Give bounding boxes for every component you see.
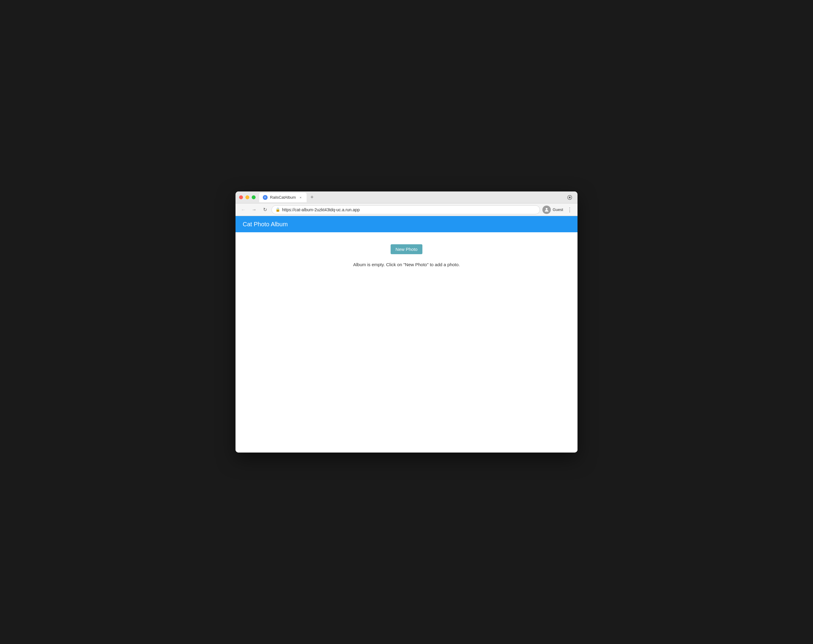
- active-tab[interactable]: R RailsCatAlbum ×: [259, 193, 306, 202]
- title-bar: R RailsCatAlbum × +: [236, 192, 577, 204]
- new-tab-button[interactable]: +: [308, 193, 316, 202]
- url-text: https://cat-album-2uzkt43tdq-uc.a.run.ap…: [282, 207, 360, 212]
- address-bar: ← → ↻ 🔒 https://cat-album-2uzkt43tdq-uc.…: [236, 204, 577, 216]
- avatar: [542, 205, 551, 214]
- main-content: New Photo Album is empty. Click on "New …: [236, 232, 577, 452]
- app-title: Cat Photo Album: [243, 221, 288, 228]
- new-photo-button[interactable]: New Photo: [390, 244, 422, 254]
- cast-icon: [567, 195, 572, 200]
- person-icon: [544, 207, 549, 212]
- user-menu[interactable]: Guest: [542, 205, 563, 214]
- browser-window: R RailsCatAlbum × + ← → ↻ 🔒 https://cat: [236, 192, 577, 452]
- forward-button[interactable]: →: [250, 205, 258, 214]
- tab-title: RailsCatAlbum: [270, 195, 296, 199]
- tab-favicon: R: [263, 195, 268, 200]
- back-button[interactable]: ←: [239, 205, 248, 214]
- empty-album-message: Album is empty. Click on "New Photo" to …: [353, 262, 460, 267]
- tab-close-button[interactable]: ×: [298, 195, 303, 200]
- user-name: Guest: [553, 207, 563, 212]
- svg-point-1: [569, 196, 571, 198]
- reload-button[interactable]: ↻: [261, 205, 269, 214]
- close-button[interactable]: [239, 195, 243, 199]
- window-controls: [239, 195, 256, 199]
- more-options-button[interactable]: ⋮: [565, 205, 574, 214]
- minimize-button[interactable]: [245, 195, 249, 199]
- maximize-button[interactable]: [252, 195, 256, 199]
- svg-point-2: [546, 208, 548, 210]
- app-header: Cat Photo Album: [236, 216, 577, 232]
- tab-bar: R RailsCatAlbum × +: [259, 193, 565, 202]
- window-action-button[interactable]: [565, 193, 574, 202]
- lock-icon: 🔒: [276, 207, 280, 212]
- url-bar[interactable]: 🔒 https://cat-album-2uzkt43tdq-uc.a.run.…: [271, 205, 540, 214]
